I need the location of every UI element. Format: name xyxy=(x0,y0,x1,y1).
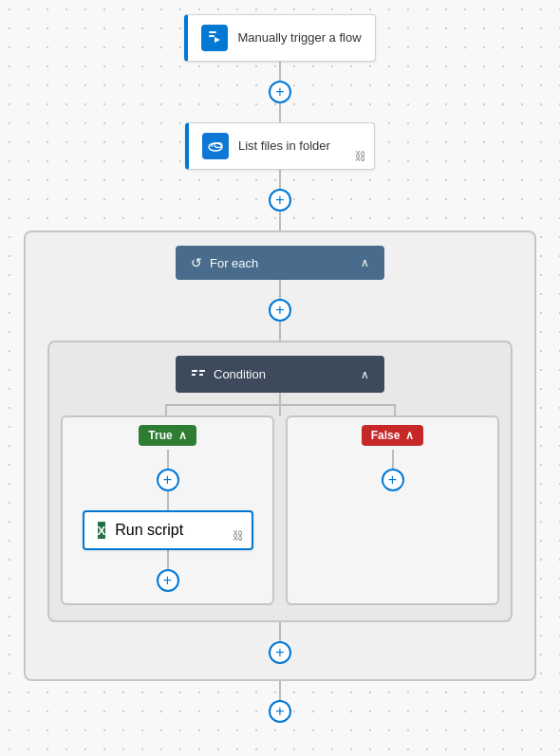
connector-final: + xyxy=(269,681,291,723)
foreach-container: ↺ For each ∧ + xyxy=(24,230,536,681)
foreach-icon: ↺ xyxy=(191,255,202,270)
foreach-chevron: ∧ xyxy=(361,256,369,269)
svg-rect-0 xyxy=(209,31,216,33)
false-label[interactable]: False ∧ xyxy=(362,425,424,446)
list-files-link-icon: ⛓ xyxy=(355,150,366,163)
run-script-title: Run script xyxy=(115,522,183,539)
connector-true-1: + xyxy=(157,450,179,510)
connector-true-2: + xyxy=(157,550,179,592)
branches: True ∧ + X Run script ⛓ xyxy=(49,415,511,605)
true-branch: True ∧ + X Run script ⛓ xyxy=(61,415,274,605)
add-btn-final[interactable]: + xyxy=(269,700,291,723)
condition-block[interactable]: Condition ∧ xyxy=(176,356,384,393)
connector-2: + xyxy=(269,170,291,230)
svg-rect-5 xyxy=(192,370,197,372)
condition-container: Condition ∧ True xyxy=(47,341,513,622)
add-btn-1[interactable]: + xyxy=(269,81,291,103)
branch-lines xyxy=(49,393,511,415)
flow-canvas: Manually trigger a flow + List files in … xyxy=(0,0,560,756)
svg-rect-8 xyxy=(199,374,203,376)
svg-marker-2 xyxy=(215,37,220,43)
add-btn-foreach-bottom[interactable]: + xyxy=(269,641,291,664)
list-files-title: List files in folder xyxy=(238,138,330,155)
true-label[interactable]: True ∧ xyxy=(139,425,196,446)
trigger-card[interactable]: Manually trigger a flow xyxy=(184,14,375,62)
add-btn-true-2[interactable]: + xyxy=(157,569,179,592)
connector-3: + xyxy=(269,280,291,341)
false-branch: False ∧ + xyxy=(286,415,499,605)
condition-icon xyxy=(191,365,206,383)
run-script-icon: X xyxy=(98,522,106,539)
foreach-block[interactable]: ↺ For each ∧ xyxy=(176,246,384,280)
add-btn-false-1[interactable]: + xyxy=(382,469,404,491)
run-script-link-icon: ⛓ xyxy=(233,529,244,543)
true-chevron: ∧ xyxy=(178,429,187,442)
add-btn-3[interactable]: + xyxy=(269,299,291,322)
svg-rect-1 xyxy=(209,35,215,37)
connector-1: + xyxy=(269,62,291,122)
false-chevron: ∧ xyxy=(405,429,414,442)
condition-chevron: ∧ xyxy=(361,368,369,381)
connector-foreach-bottom: + xyxy=(269,622,291,664)
run-script-card[interactable]: X Run script ⛓ xyxy=(83,510,253,550)
add-btn-true-1[interactable]: + xyxy=(157,469,179,491)
trigger-icon xyxy=(201,25,228,51)
add-btn-2[interactable]: + xyxy=(269,189,291,212)
trigger-title: Manually trigger a flow xyxy=(237,30,361,46)
foreach-title: For each xyxy=(210,256,258,270)
svg-rect-7 xyxy=(199,370,205,372)
list-files-icon xyxy=(202,133,229,159)
connector-false-1: + xyxy=(382,450,404,491)
condition-title: Condition xyxy=(214,367,266,381)
svg-rect-6 xyxy=(192,374,196,376)
list-files-card[interactable]: List files in folder ⛓ xyxy=(185,122,375,170)
